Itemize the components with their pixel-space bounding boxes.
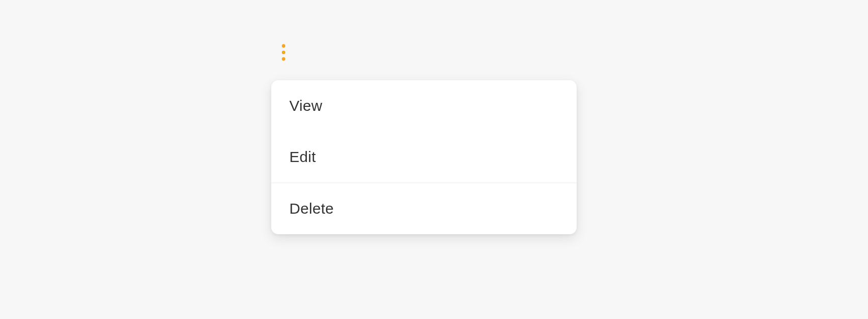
menu-item-label: Delete	[289, 200, 334, 217]
more-vert-icon	[282, 44, 285, 61]
menu-item-view[interactable]: View	[271, 80, 577, 131]
menu-item-label: Edit	[289, 148, 316, 165]
menu-item-label: View	[289, 97, 322, 114]
menu-item-edit[interactable]: Edit	[271, 131, 577, 183]
menu-trigger-button[interactable]	[271, 40, 295, 64]
dropdown-menu-panel: View Edit Delete	[271, 80, 577, 234]
menu-item-delete[interactable]: Delete	[271, 183, 577, 234]
menu-wrapper: View Edit Delete	[271, 40, 295, 64]
